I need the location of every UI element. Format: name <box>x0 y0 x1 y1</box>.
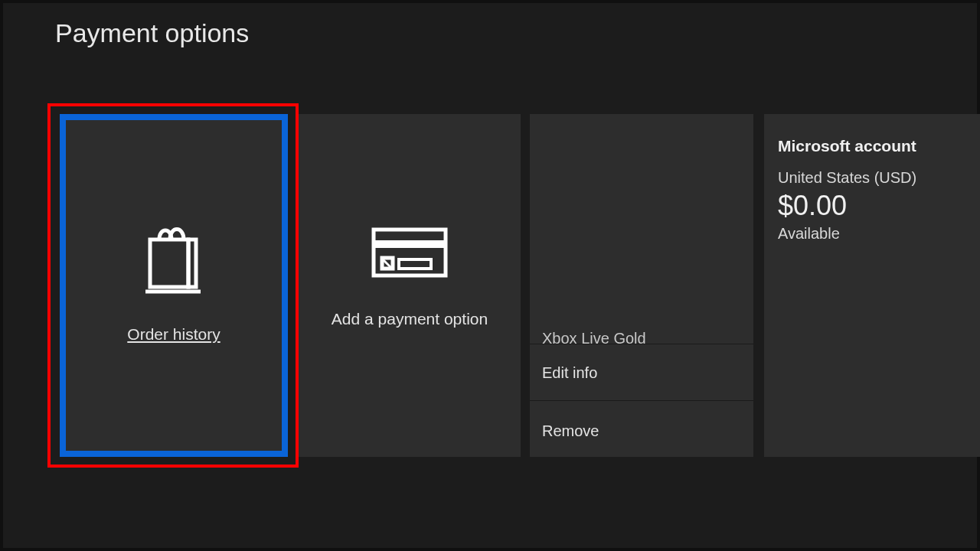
remove-button[interactable]: Remove <box>530 403 753 458</box>
add-payment-tile[interactable]: Add a payment option <box>299 114 521 457</box>
edit-info-label: Edit info <box>542 364 597 382</box>
subscription-info-area[interactable] <box>530 114 753 344</box>
account-title: Microsoft account <box>778 137 966 155</box>
shopping-bag-icon <box>139 220 208 296</box>
page-frame: Payment options Order history <box>3 3 977 548</box>
remove-label: Remove <box>542 422 599 440</box>
credit-card-icon <box>371 227 448 278</box>
order-history-label: Order history <box>127 325 220 344</box>
account-balance-tile[interactable]: Microsoft account United States (USD) $0… <box>764 114 980 457</box>
svg-rect-7 <box>399 259 431 269</box>
edit-info-button[interactable]: Edit info <box>530 345 753 400</box>
order-history-tile[interactable]: Order history <box>60 114 288 457</box>
divider <box>530 344 753 344</box>
page-title: Payment options <box>55 18 249 48</box>
svg-rect-0 <box>150 240 188 287</box>
subscription-tile: Xbox Live Gold Edit info Remove <box>530 114 753 457</box>
svg-rect-1 <box>188 240 196 287</box>
account-available: Available <box>778 225 966 243</box>
add-payment-label: Add a payment option <box>332 310 488 328</box>
divider <box>530 400 753 401</box>
account-balance: $0.00 <box>778 190 966 222</box>
account-region: United States (USD) <box>778 169 966 187</box>
